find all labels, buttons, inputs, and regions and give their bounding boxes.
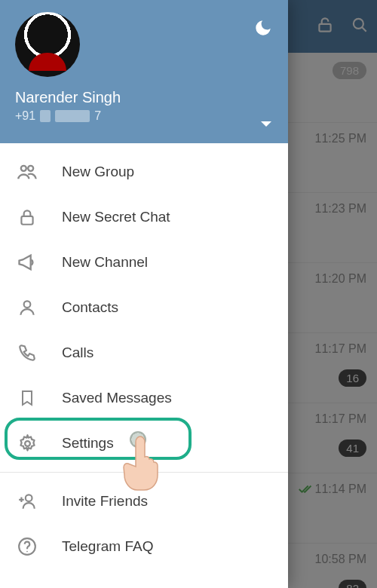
navigation-drawer: Narender Singh +91 7 New Group	[0, 0, 288, 588]
add-person-icon	[17, 491, 38, 512]
menu-label: Settings	[62, 435, 114, 452]
menu-divider	[0, 472, 288, 473]
menu-label: Telegram FAQ	[62, 538, 153, 555]
help-icon	[17, 536, 38, 557]
person-icon	[17, 297, 38, 318]
menu-label: Calls	[62, 345, 93, 361]
svg-point-5	[24, 301, 31, 308]
account-expand-icon[interactable]	[261, 118, 271, 131]
drawer-menu: New Group New Secret Chat New Channel Co…	[0, 143, 288, 588]
menu-saved-messages[interactable]: Saved Messages	[0, 375, 288, 421]
menu-label: Invite Friends	[62, 493, 148, 510]
group-icon	[17, 161, 38, 182]
gear-icon	[17, 433, 38, 454]
user-name: Narender Singh	[15, 89, 273, 106]
svg-point-9	[26, 551, 28, 553]
svg-point-3	[28, 166, 33, 171]
menu-settings[interactable]: Settings	[0, 421, 288, 466]
drawer-header: Narender Singh +91 7	[0, 0, 288, 143]
lock-icon	[17, 207, 38, 228]
menu-label: Contacts	[62, 299, 118, 316]
svg-point-2	[21, 166, 26, 171]
svg-point-6	[25, 441, 30, 446]
menu-calls[interactable]: Calls	[0, 330, 288, 375]
svg-rect-4	[21, 216, 32, 225]
avatar[interactable]	[15, 12, 80, 77]
phone-icon	[17, 342, 38, 363]
menu-label: New Group	[62, 164, 134, 180]
bookmark-icon	[17, 387, 38, 409]
svg-point-7	[26, 495, 32, 501]
menu-telegram-faq[interactable]: Telegram FAQ	[0, 524, 288, 569]
menu-label: New Channel	[62, 254, 148, 271]
menu-label: Saved Messages	[62, 390, 172, 406]
menu-invite-friends[interactable]: Invite Friends	[0, 479, 288, 524]
menu-new-secret-chat[interactable]: New Secret Chat	[0, 194, 288, 240]
night-mode-toggle[interactable]	[253, 18, 273, 41]
megaphone-icon	[17, 252, 38, 273]
user-phone: +91 7	[15, 109, 273, 123]
menu-new-group[interactable]: New Group	[0, 149, 288, 194]
menu-contacts[interactable]: Contacts	[0, 285, 288, 330]
menu-label: New Secret Chat	[62, 209, 170, 225]
menu-new-channel[interactable]: New Channel	[0, 240, 288, 285]
